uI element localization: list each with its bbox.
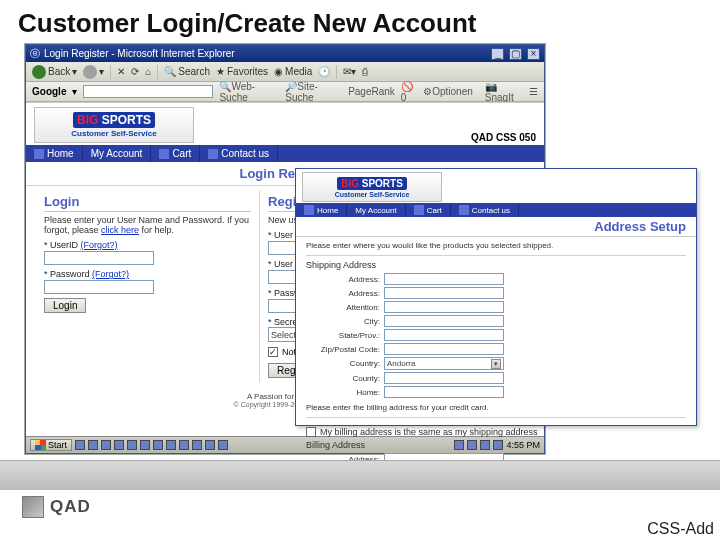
tray-icon[interactable] [166, 440, 176, 450]
window-controls: _ ▢ × [489, 48, 540, 60]
qad-logo: QAD [22, 496, 91, 518]
addr-label: Address: [306, 275, 380, 284]
attn-label: Attention: [306, 303, 380, 312]
nav-contact[interactable]: Contact us [200, 145, 278, 162]
stop-button[interactable]: ✕ [117, 66, 125, 77]
qad-css-label: QAD CSS 050 [471, 132, 536, 143]
snagit[interactable]: 📷SnagIt [485, 81, 523, 103]
minimize-button[interactable]: _ [491, 48, 504, 60]
address-setup-window: BIG SPORTS Customer Self-Service Home My… [295, 168, 697, 426]
search-button[interactable]: 🔍Search [164, 66, 210, 77]
home-button[interactable]: ⌂ [145, 66, 151, 77]
blocked[interactable]: 🚫0 [401, 81, 417, 103]
forgot-userid-link[interactable]: (Forgot?) [81, 240, 118, 250]
ie-toolbar: Back▾ ▾ ✕ ⟳ ⌂ 🔍Search ★Favorites ◉Media … [26, 62, 544, 82]
tray-icon[interactable] [101, 440, 111, 450]
login-panel: Login Please enter your User Name and Pa… [36, 190, 260, 382]
tray-icon[interactable] [205, 440, 215, 450]
tray-icon[interactable] [179, 440, 189, 450]
ship-address2-input[interactable] [384, 287, 504, 299]
home-label: Home: [306, 388, 380, 397]
site-logo-overlay: BIG SPORTS Customer Self-Service [302, 172, 442, 202]
ship-attention-input[interactable] [384, 301, 504, 313]
windows-flag-icon [35, 440, 46, 450]
media-button[interactable]: ◉Media [274, 66, 312, 77]
country-label: Country: [306, 359, 380, 368]
tray-icon[interactable] [192, 440, 202, 450]
city-label: City: [306, 317, 380, 326]
print-button[interactable]: ⎙ [362, 66, 368, 77]
site-navbar: Home My Account Cart Contact us [26, 145, 544, 162]
ship-state-input[interactable] [384, 329, 504, 341]
sitesuche-button[interactable]: 🔎Site-Suche [285, 81, 342, 103]
userid-input[interactable] [44, 251, 154, 265]
titlebar: ⓔ Login Register - Microsoft Internet Ex… [26, 45, 544, 62]
window-title: Login Register - Microsoft Internet Expl… [44, 48, 235, 59]
ship-address-input[interactable] [384, 273, 504, 285]
addr2-label: Address: [306, 289, 380, 298]
overlay-intro: Please enter where you would like the pr… [306, 241, 686, 250]
same-as-shipping-checkbox[interactable]: My billing address is the same as my shi… [306, 427, 686, 437]
password-label: * Password (Forgot?) [44, 269, 251, 279]
ship-zip-input[interactable] [384, 343, 504, 355]
favorites-button[interactable]: ★Favorites [216, 66, 268, 77]
overlay-title: Address Setup [296, 217, 696, 237]
ov-nav-contact[interactable]: Contact us [451, 203, 519, 217]
ov-nav-cart[interactable]: Cart [406, 203, 451, 217]
ie-icon: ⓔ [30, 47, 40, 61]
userid-label: * UserID (Forgot?) [44, 240, 251, 250]
maximize-button[interactable]: ▢ [509, 48, 522, 60]
overlay-navbar: Home My Account Cart Contact us [296, 203, 696, 217]
forgot-password-link[interactable]: (Forgot?) [92, 269, 129, 279]
back-button[interactable]: Back▾ [32, 65, 77, 79]
ov-nav-account[interactable]: My Account [347, 203, 405, 217]
billing-intro: Please enter the billing address for you… [306, 403, 686, 412]
slide-title: Customer Login/Create New Account [0, 0, 720, 45]
tray-icon[interactable] [153, 440, 163, 450]
tray-icon[interactable] [114, 440, 124, 450]
nav-home[interactable]: Home [26, 145, 83, 162]
ship-home-input[interactable] [384, 386, 504, 398]
close-button[interactable]: × [527, 48, 540, 60]
refresh-button[interactable]: ⟳ [131, 66, 139, 77]
click-here-link[interactable]: click here [101, 225, 139, 235]
site-logo: BIG SPORTS Customer Self-Service [34, 107, 194, 143]
history-button[interactable]: 🕑 [318, 66, 330, 77]
forward-button[interactable]: ▾ [83, 65, 104, 79]
tray-icon[interactable] [127, 440, 137, 450]
password-input[interactable] [44, 280, 154, 294]
state-label: State/Prov.: [306, 331, 380, 340]
ship-city-input[interactable] [384, 315, 504, 327]
nav-my-account[interactable]: My Account [83, 145, 152, 162]
ship-county-input[interactable] [384, 372, 504, 384]
start-button[interactable]: Start [30, 439, 72, 451]
slide-band [0, 460, 720, 490]
login-hint: Please enter your User Name and Password… [44, 215, 251, 235]
nav-cart[interactable]: Cart [151, 145, 200, 162]
ship-country-select[interactable]: Andorra▾ [384, 357, 504, 370]
pagerank: PageRank [348, 86, 395, 97]
login-button[interactable]: Login [44, 298, 86, 313]
optionen-button[interactable]: ⚙Optionen [423, 86, 473, 97]
google-logo: Google [32, 86, 66, 97]
google-search-input[interactable] [83, 85, 213, 98]
county-label: County: [306, 374, 380, 383]
zip-label: Zip/Postal Code: [306, 345, 380, 354]
ov-nav-home[interactable]: Home [296, 203, 347, 217]
tray-icon[interactable] [75, 440, 85, 450]
google-toolbar: Google▾ 🔍Web-Suche 🔎Site-Suche PageRank … [26, 82, 544, 102]
tray-icon[interactable] [88, 440, 98, 450]
login-heading: Login [44, 194, 251, 212]
tray-icon[interactable] [218, 440, 228, 450]
mail-button[interactable]: ✉▾ [343, 66, 356, 77]
qad-logo-icon [22, 496, 44, 518]
chevron-down-icon: ▾ [491, 359, 501, 369]
billing-heading: Billing Address [306, 440, 686, 450]
websuche-button[interactable]: 🔍Web-Suche [219, 81, 279, 103]
css-add-label: CSS-Add [647, 520, 714, 538]
tray-icon[interactable] [140, 440, 150, 450]
shipping-heading: Shipping Address [306, 260, 686, 270]
